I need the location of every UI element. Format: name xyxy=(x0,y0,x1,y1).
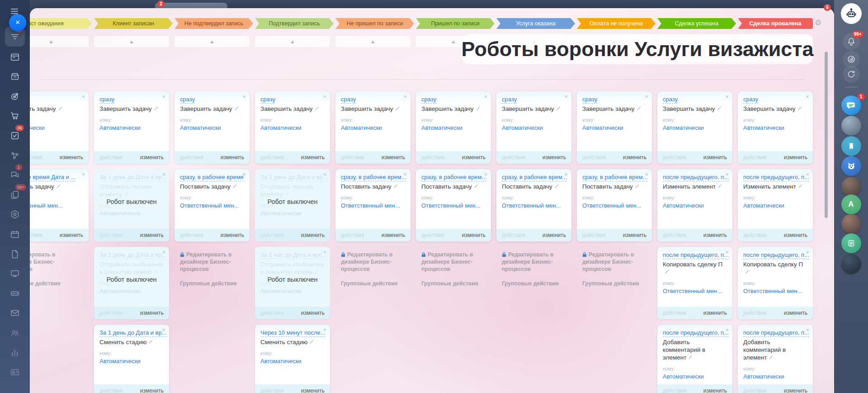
edit-pencil-icon[interactable] xyxy=(769,354,774,361)
robot-recipient-link[interactable]: Автоматически xyxy=(341,124,405,132)
edit-pencil-icon[interactable] xyxy=(148,338,153,346)
stage-chevron[interactable]: Оплата не получена xyxy=(577,18,656,29)
robot-recipient-link[interactable]: Автоматически xyxy=(743,124,807,132)
robot-recipient-link[interactable]: Автоматически xyxy=(99,124,164,132)
close-icon[interactable]: × xyxy=(564,171,568,177)
robot-recipient-link[interactable]: Ответственный мен... xyxy=(421,202,486,209)
card-edit-link[interactable]: изменить xyxy=(301,154,325,161)
card-edit-link[interactable]: изменить xyxy=(221,154,244,161)
card-edit-link[interactable]: изменить xyxy=(784,310,807,316)
robot-recipient-link[interactable]: Ответственный мен... xyxy=(180,202,244,209)
messenger-icon[interactable]: 1 xyxy=(0,166,30,184)
edit-pencil-icon[interactable] xyxy=(393,183,398,190)
robot-action-name[interactable]: Завершить задачу xyxy=(30,105,56,112)
edit-pencil-icon[interactable] xyxy=(56,183,61,190)
card-actions-link[interactable]: действия xyxy=(260,154,283,161)
feed-icon[interactable]: 99+ xyxy=(0,186,30,204)
robot-action-name[interactable]: Поставить задачу xyxy=(180,183,231,190)
edit-pencil-icon[interactable] xyxy=(637,105,642,113)
notifications-bell-icon[interactable]: 99+ xyxy=(843,33,860,50)
robot-trigger-link[interactable]: сразу xyxy=(341,96,356,104)
saved-messages-avatar[interactable] xyxy=(841,136,861,156)
edit-pencil-icon[interactable] xyxy=(314,268,319,276)
card-actions-link[interactable]: действия xyxy=(582,232,605,238)
card-actions-link[interactable]: действия xyxy=(663,388,686,393)
robot-action-name[interactable]: Завершить задачу xyxy=(743,105,796,112)
copilot-bot-avatar[interactable] xyxy=(841,3,862,24)
robot-action-name[interactable]: Завершить задачу xyxy=(99,105,152,112)
edit-pencil-icon[interactable] xyxy=(554,183,559,190)
robot-action-name[interactable]: Изменить элемент xyxy=(663,183,716,190)
card-actions-link[interactable]: действия xyxy=(663,310,686,316)
robot-recipient-link[interactable]: Ответственный мен... xyxy=(582,202,646,209)
robot-recipient-link[interactable]: Автоматически xyxy=(663,124,727,132)
add-robot-button[interactable]: + xyxy=(94,36,169,47)
robot-recipient-link[interactable]: Автоматически xyxy=(99,210,164,217)
robot-recipient-link[interactable]: Автоматически xyxy=(260,288,325,295)
letter-avatar[interactable]: A xyxy=(841,194,861,214)
analytics-icon[interactable] xyxy=(0,344,30,362)
card-edit-link[interactable]: изменить xyxy=(703,232,727,238)
close-icon[interactable]: × xyxy=(162,94,165,99)
close-icon[interactable]: × xyxy=(323,94,326,99)
robot-trigger-link[interactable]: после предыдущего, п... xyxy=(743,329,809,337)
card-edit-link[interactable]: изменить xyxy=(140,232,164,238)
close-icon[interactable]: × xyxy=(162,249,165,255)
card-actions-link[interactable]: действия xyxy=(582,154,605,161)
robot-action-name[interactable]: Завершить задачу xyxy=(341,105,393,112)
edit-pencil-icon[interactable] xyxy=(476,105,481,113)
edit-pencil-icon[interactable] xyxy=(395,105,400,113)
robot-trigger-link[interactable]: после предыдущего, п... xyxy=(663,251,729,259)
edit-pencil-icon[interactable] xyxy=(745,268,750,276)
card-actions-link[interactable]: действия xyxy=(341,154,364,161)
card-actions-link[interactable]: действия xyxy=(99,154,123,161)
edit-pencil-icon[interactable] xyxy=(315,105,320,113)
robot-action-name[interactable]: Поставить задачу xyxy=(421,183,472,190)
card-edit-link[interactable]: изменить xyxy=(140,154,164,161)
close-icon[interactable]: × xyxy=(242,94,246,99)
network-icon[interactable] xyxy=(0,147,30,165)
edit-pencil-icon[interactable] xyxy=(153,268,158,276)
add-robot-button[interactable]: + xyxy=(30,36,89,47)
edit-pencil-icon[interactable] xyxy=(474,183,479,190)
user-avatar-3[interactable] xyxy=(841,214,861,234)
edit-pencil-icon[interactable] xyxy=(665,268,670,276)
card-edit-link[interactable]: изменить xyxy=(784,388,807,393)
card-actions-link[interactable]: действия xyxy=(502,154,525,161)
planner-icon[interactable] xyxy=(0,48,30,66)
company-icon[interactable] xyxy=(0,324,30,342)
card-actions-link[interactable]: действия xyxy=(421,232,444,238)
card-edit-link[interactable]: изменить xyxy=(784,154,807,161)
robot-recipient-link[interactable]: Автоматически xyxy=(99,288,164,295)
menu-hamburger-icon[interactable] xyxy=(11,9,18,14)
robot-action-name[interactable]: Завершить задачу xyxy=(180,105,232,112)
card-edit-link[interactable]: изменить xyxy=(703,154,727,161)
card-actions-link[interactable]: действия xyxy=(180,154,203,161)
edit-pencil-icon[interactable] xyxy=(717,105,722,113)
robot-action-name[interactable]: Копировать сделку П xyxy=(743,261,803,268)
card-edit-link[interactable]: изменить xyxy=(60,232,83,238)
robot-recipient-link[interactable]: Ответственный мен... xyxy=(743,288,807,295)
edit-pencil-icon[interactable] xyxy=(797,105,802,113)
robot-trigger-link[interactable]: За 1 день до Дата и вр... xyxy=(99,251,167,259)
close-icon[interactable]: × xyxy=(323,327,326,333)
robot-recipient-link[interactable]: Автоматически xyxy=(260,358,325,365)
card-edit-link[interactable]: изменить xyxy=(542,154,566,161)
robot-action-name[interactable]: Добавить комментарий в элемент xyxy=(743,339,786,361)
robot-trigger-link[interactable]: сразу xyxy=(743,96,758,104)
close-icon[interactable]: × xyxy=(806,171,809,177)
close-icon[interactable]: × xyxy=(725,94,729,99)
close-icon[interactable]: × xyxy=(323,171,326,177)
robot-recipient-link[interactable]: Автоматически xyxy=(743,373,807,380)
tasks-icon[interactable]: 36 xyxy=(0,127,30,145)
close-icon[interactable]: × xyxy=(806,249,809,255)
card-actions-link[interactable]: действия xyxy=(743,310,766,316)
user-avatar-1[interactable] xyxy=(841,116,861,136)
channel-chat-avatar[interactable]: 1 xyxy=(841,95,861,115)
stages-settings-gear-icon[interactable]: ⚙ xyxy=(815,18,821,28)
card-actions-link[interactable]: действия xyxy=(99,388,123,393)
contact-center-icon[interactable] xyxy=(0,363,30,381)
edit-pencil-icon[interactable] xyxy=(232,183,237,190)
drive-icon[interactable] xyxy=(0,284,30,303)
card-edit-link[interactable]: изменить xyxy=(221,232,244,238)
